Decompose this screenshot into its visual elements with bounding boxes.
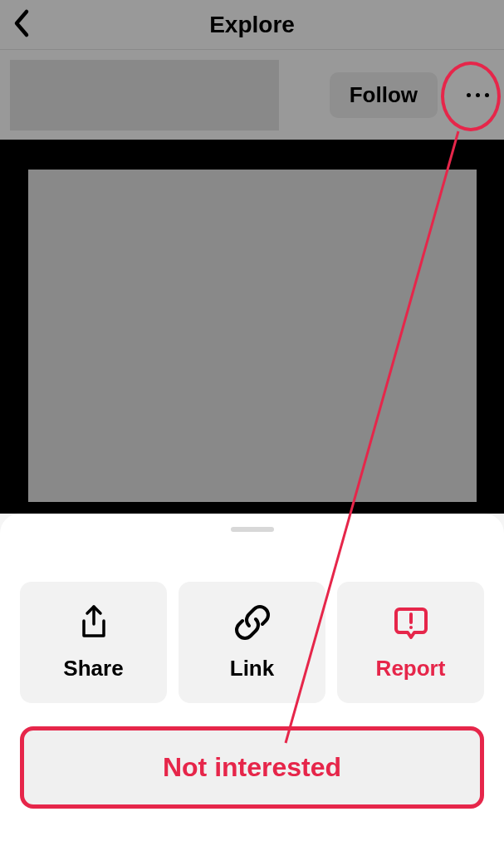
action-sheet: Share Link Report Not interested <box>0 514 504 851</box>
not-interested-button[interactable]: Not interested <box>20 726 484 809</box>
content-image-placeholder <box>28 170 477 502</box>
page-title: Explore <box>209 12 295 38</box>
action-row: Share Link Report <box>20 582 484 703</box>
link-button[interactable]: Link <box>179 582 325 703</box>
share-button[interactable]: Share <box>20 582 167 703</box>
report-label: Report <box>376 656 446 681</box>
profile-row: Follow <box>0 50 504 140</box>
svg-point-1 <box>409 626 413 629</box>
profile-placeholder <box>10 60 279 130</box>
report-icon <box>393 604 429 644</box>
sheet-grabber[interactable] <box>231 527 274 532</box>
report-button[interactable]: Report <box>337 582 484 703</box>
link-label: Link <box>230 656 274 681</box>
content-area <box>0 140 504 514</box>
header-bar: Explore <box>0 0 504 50</box>
link-icon <box>234 604 271 644</box>
follow-button[interactable]: Follow <box>330 72 438 118</box>
more-options-icon[interactable] <box>467 93 489 97</box>
share-label: Share <box>63 656 123 681</box>
back-chevron-icon[interactable] <box>12 8 30 42</box>
share-icon <box>76 604 111 644</box>
